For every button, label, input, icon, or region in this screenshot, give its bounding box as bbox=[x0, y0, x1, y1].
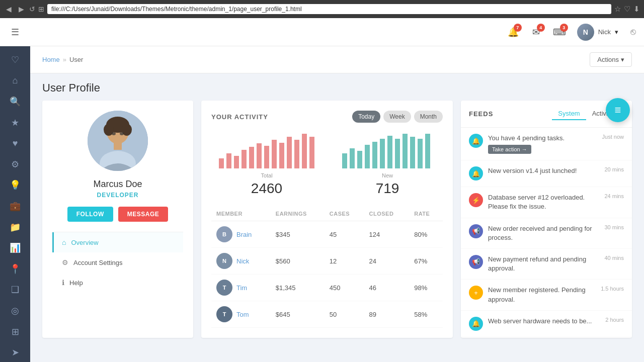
sidebar-item-bulb[interactable]: 💡 bbox=[4, 176, 26, 195]
tab-month[interactable]: Month bbox=[414, 111, 443, 123]
fab-button[interactable]: ≡ bbox=[606, 98, 630, 122]
feed-top-3: New order received and pending for proce… bbox=[488, 224, 624, 242]
user-name: Nick bbox=[598, 28, 611, 36]
sidebar-item-send[interactable]: ➤ bbox=[4, 343, 26, 362]
back-button[interactable]: ◀ bbox=[4, 4, 14, 14]
member-rate-3: 58% bbox=[409, 301, 443, 328]
feed-icon-0: 🔔 bbox=[469, 134, 483, 148]
feed-icon-5: + bbox=[469, 286, 483, 300]
svg-rect-26 bbox=[372, 142, 377, 168]
member-closed-2: 46 bbox=[364, 275, 410, 301]
sidebar-item-folder[interactable]: 📁 bbox=[4, 218, 26, 237]
sidebar-item-home[interactable]: ⌂ bbox=[4, 71, 26, 90]
feeds-title: FEEDS bbox=[469, 110, 493, 118]
svg-rect-17 bbox=[279, 143, 284, 168]
download-button[interactable]: ⬇ bbox=[633, 5, 640, 14]
feeds-tab-system[interactable]: System bbox=[552, 108, 586, 120]
main-layout: ♡ ⌂ 🔍 ★ ♥ ⚙ 💡 💼 📁 📊 📍 ❑ ◎ ⊞ ➤ Home » Use… bbox=[0, 46, 644, 362]
take-action-button[interactable]: Take action → bbox=[488, 145, 531, 154]
sidebar: ♡ ⌂ 🔍 ★ ♥ ⚙ 💡 💼 📁 📊 📍 ❑ ◎ ⊞ ➤ bbox=[0, 46, 30, 362]
table-row: T Tom $645 50 89 58% bbox=[211, 301, 443, 328]
tab-today[interactable]: Today bbox=[352, 111, 380, 123]
new-chart: New 719 bbox=[332, 131, 443, 197]
home-nav-icon: ⌂ bbox=[62, 238, 66, 246]
feed-text-0: You have 4 pending tasks. bbox=[488, 134, 565, 143]
svg-rect-6 bbox=[114, 141, 122, 150]
total-value: 2460 bbox=[211, 180, 322, 197]
tab-week[interactable]: Week bbox=[383, 111, 411, 123]
table-row: T Tim $1,345 450 46 98% bbox=[211, 275, 443, 301]
actions-button[interactable]: Actions ▾ bbox=[590, 52, 632, 67]
member-name-0[interactable]: Brain bbox=[236, 231, 252, 238]
actions-arrow-icon: ▾ bbox=[621, 56, 624, 63]
member-name-2[interactable]: Tim bbox=[236, 284, 247, 292]
url-bar[interactable]: file:///C:/Users/Junaid/Downloads/Themes… bbox=[47, 4, 611, 14]
sidebar-item-layers[interactable]: ❑ bbox=[4, 281, 26, 300]
feeds-card: FEEDS System Activities 🔔 You have 4 pen… bbox=[461, 101, 632, 338]
sidebar-item-search[interactable]: 🔍 bbox=[4, 92, 26, 111]
total-label: Total bbox=[211, 172, 322, 178]
app-container: ☰ 🔔 7 ✉ 4 ⌨ 3 N Nick ▾ ⎋ ♡ bbox=[0, 18, 644, 362]
messages-button[interactable]: ✉ 4 bbox=[527, 23, 546, 42]
col-rate: RATE bbox=[409, 207, 443, 221]
sidebar-item-rss[interactable]: ◎ bbox=[4, 301, 26, 320]
feed-icon-1: 🔔 bbox=[469, 166, 483, 180]
svg-rect-30 bbox=[403, 134, 408, 168]
member-name-3[interactable]: Tom bbox=[236, 311, 249, 318]
svg-rect-14 bbox=[257, 143, 262, 168]
nav-item-help-label: Help bbox=[69, 279, 83, 287]
col-earnings: EARNINGS bbox=[271, 207, 325, 221]
new-value: 719 bbox=[332, 180, 443, 197]
svg-rect-12 bbox=[242, 150, 247, 168]
sidebar-item-window[interactable]: ⊞ bbox=[4, 322, 26, 341]
table-row: N Nick $560 12 24 67% bbox=[211, 248, 443, 275]
profile-role: DEVELOPER bbox=[52, 192, 183, 199]
heart-button[interactable]: ♡ bbox=[624, 5, 630, 14]
sidebar-item-map[interactable]: 📍 bbox=[4, 259, 26, 279]
nav-item-overview[interactable]: ⌂ Overview bbox=[52, 232, 183, 252]
sidebar-item-settings[interactable]: ⚙ bbox=[4, 155, 26, 174]
settings-badge: 3 bbox=[560, 24, 568, 32]
sidebar-item-star[interactable]: ★ bbox=[4, 113, 26, 132]
feed-top-0: You have 4 pending tasks. Just now bbox=[488, 134, 624, 143]
forward-button[interactable]: ▶ bbox=[17, 4, 26, 14]
nav-item-account-settings[interactable]: ⚙ Account Settings bbox=[52, 252, 183, 273]
member-cell-0: B Brain bbox=[211, 221, 271, 248]
profile-avatar-wrapper bbox=[88, 111, 148, 171]
member-name-1[interactable]: Nick bbox=[236, 257, 249, 265]
message-button[interactable]: MESSAGE bbox=[118, 207, 169, 222]
tabs-button[interactable]: ⊞ bbox=[38, 5, 44, 13]
hamburger-button[interactable]: ☰ bbox=[11, 27, 19, 38]
svg-rect-24 bbox=[357, 151, 362, 168]
bookmark-button[interactable]: ☆ bbox=[614, 5, 621, 14]
feed-top-4: New payment refund and pending approval.… bbox=[488, 255, 624, 273]
svg-rect-9 bbox=[219, 158, 224, 168]
member-earnings-3: $645 bbox=[271, 301, 325, 328]
profile-avatar-image bbox=[88, 111, 148, 171]
page-content: Home » User Actions ▾ User Profile bbox=[30, 46, 644, 362]
table-body: B Brain $345 45 124 80% N Nick $560 12 2… bbox=[211, 221, 443, 328]
sidebar-item-briefcase[interactable]: 💼 bbox=[4, 197, 26, 216]
notifications-badge: 7 bbox=[514, 24, 522, 32]
nav-item-help[interactable]: ℹ Help bbox=[52, 273, 183, 293]
dropdown-arrow-icon: ▾ bbox=[615, 28, 618, 36]
feed-content-1: New version v1.4 just lunched! 20 mins bbox=[488, 166, 624, 175]
feed-item: 🔔 New version v1.4 just lunched! 20 mins bbox=[461, 160, 632, 187]
breadcrumb-home[interactable]: Home bbox=[42, 56, 60, 63]
reload-button[interactable]: ↺ bbox=[29, 5, 35, 13]
nav-item-account-settings-label: Account Settings bbox=[73, 259, 123, 266]
logout-button[interactable]: ⎋ bbox=[630, 27, 636, 37]
notifications-button[interactable]: 🔔 7 bbox=[504, 23, 523, 42]
settings-button[interactable]: ⌨ 3 bbox=[550, 23, 569, 42]
sidebar-item-heart2[interactable]: ♥ bbox=[4, 134, 26, 153]
svg-rect-32 bbox=[418, 139, 423, 168]
svg-rect-27 bbox=[380, 139, 385, 168]
sidebar-item-heart[interactable]: ♡ bbox=[4, 50, 26, 69]
browser-chrome: ◀ ▶ ↺ ⊞ file:///C:/Users/Junaid/Download… bbox=[0, 0, 644, 18]
follow-button[interactable]: FOLLOW bbox=[67, 207, 113, 222]
feed-icon-3: 📢 bbox=[469, 224, 483, 238]
content-grid: Marcus Doe DEVELOPER FOLLOW MESSAGE ⌂ Ov… bbox=[30, 101, 644, 346]
sidebar-item-chart[interactable]: 📊 bbox=[4, 238, 26, 257]
col-cases: CASES bbox=[325, 207, 364, 221]
user-menu[interactable]: N Nick ▾ bbox=[573, 22, 622, 43]
